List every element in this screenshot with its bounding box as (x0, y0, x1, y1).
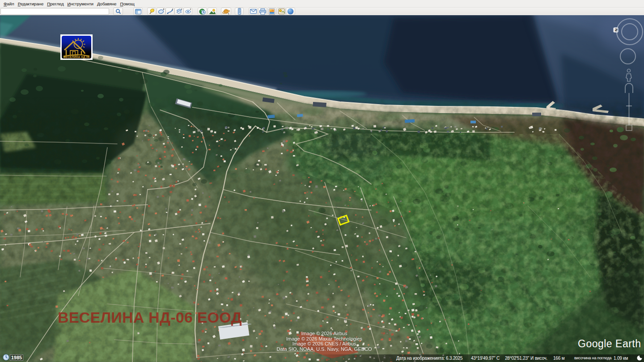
svg-text:N: N (614, 29, 619, 32)
svg-text:ВЕСЕЛИНА НД 06: ВЕСЕЛИНА НД 06 (64, 55, 90, 59)
